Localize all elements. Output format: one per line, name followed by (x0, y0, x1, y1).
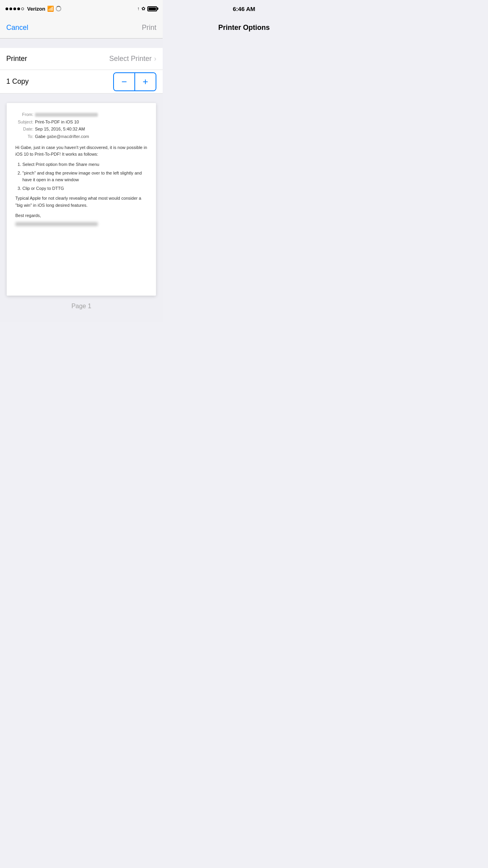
signal-dot-3 (13, 7, 16, 10)
signature-blur (15, 222, 98, 226)
step-3: Clip or Copy to DTTG (22, 185, 147, 192)
steps-list: Select Print option from the Share menu … (22, 161, 147, 192)
email-header: From: Subject: Print-To-PDF in iOS 10 Da… (15, 111, 147, 140)
status-right: ↑ ✿ (137, 6, 157, 11)
step-2: "pinch" and drag the preview image over … (22, 170, 147, 184)
status-bar: Verizon 📶 6:46 AM ↑ ✿ (0, 0, 163, 17)
chevron-right-icon: › (154, 55, 156, 63)
status-left: Verizon 📶 (6, 6, 61, 12)
location-icon: ↑ (137, 6, 139, 11)
copies-row: 1 Copy − + (0, 70, 163, 94)
from-label: From: (15, 111, 33, 118)
subject-row: Subject: Print-To-PDF in iOS 10 (15, 118, 147, 126)
section-gap-top (0, 39, 163, 48)
battery-icon (147, 6, 157, 11)
body-intro: Hi Gabe, just in case you haven't yet di… (15, 144, 147, 158)
print-button[interactable]: Print (142, 24, 156, 32)
page-number: Page 1 (72, 303, 92, 310)
select-printer-label: Select Printer (109, 55, 152, 63)
signal-dot-2 (9, 7, 12, 10)
body-closing: Typical Apple for not clearly revealing … (15, 195, 147, 209)
printer-label: Printer (6, 55, 27, 63)
page-preview: From: Subject: Print-To-PDF in iOS 10 Da… (7, 103, 156, 296)
subject-label: Subject: (15, 118, 33, 126)
nav-bar: Cancel Printer Options Print (0, 17, 163, 39)
signal-dot-4 (17, 7, 20, 10)
signal-dot-1 (6, 7, 8, 10)
email-body: Hi Gabe, just in case you haven't yet di… (15, 144, 147, 226)
cancel-button[interactable]: Cancel (6, 24, 28, 32)
from-row: From: (15, 111, 147, 118)
options-section: Printer Select Printer › (0, 48, 163, 70)
preview-area: From: Subject: Print-To-PDF in iOS 10 Da… (0, 94, 163, 322)
activity-indicator (56, 6, 61, 11)
copy-stepper: − + (113, 72, 156, 91)
date-label: Date: (15, 125, 33, 133)
from-blur (35, 113, 98, 117)
increment-copies-button[interactable]: + (135, 73, 156, 90)
decrement-copies-button[interactable]: − (114, 73, 134, 90)
to-value: Gabe gabe@macdrifter.com (35, 133, 147, 140)
carrier-name: Verizon (27, 6, 45, 12)
to-row: To: Gabe gabe@macdrifter.com (15, 133, 147, 140)
printer-select-area[interactable]: Select Printer › (109, 55, 156, 63)
wifi-icon: 📶 (47, 6, 54, 12)
date-row: Date: Sep 15, 2016, 5:40:32 AM (15, 125, 147, 133)
bluetooth-icon: ✿ (141, 6, 145, 11)
signal-strength (6, 7, 24, 10)
battery-fill (149, 7, 156, 10)
printer-row[interactable]: Printer Select Printer › (0, 48, 163, 70)
to-label: To: (15, 133, 33, 140)
from-value (35, 111, 147, 118)
step-1: Select Print option from the Share menu (22, 161, 147, 168)
subject-value: Print-To-PDF in iOS 10 (35, 118, 147, 126)
signal-dot-5 (21, 7, 24, 10)
date-value: Sep 15, 2016, 5:40:32 AM (35, 125, 147, 133)
copies-label: 1 Copy (6, 77, 29, 86)
regards: Best regards, (15, 212, 147, 219)
